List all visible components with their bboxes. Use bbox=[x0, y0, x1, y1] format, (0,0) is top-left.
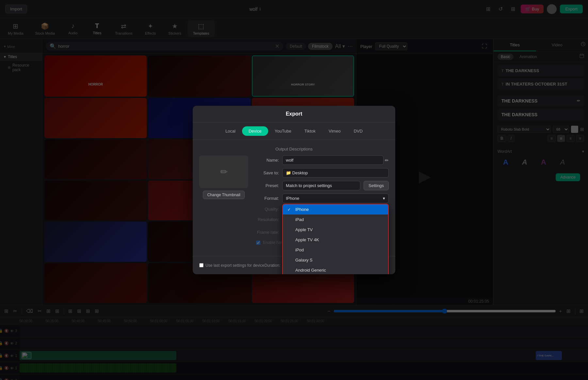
modal-overlay: Export Local Device YouTube Tiktok Vimeo… bbox=[0, 0, 588, 380]
format-selected-value: IPhone bbox=[286, 196, 299, 201]
pencil-icon: ✏ bbox=[220, 166, 228, 177]
change-thumbnail-button[interactable]: Change Thumbnail bbox=[203, 191, 244, 199]
check-icon: ✓ bbox=[287, 207, 293, 212]
modal-tabs: Local Device YouTube Tiktok Vimeo DVD bbox=[193, 122, 395, 140]
frame-rate-label: Frame rate: bbox=[256, 230, 279, 235]
option-appletv4k-label: Apple TV 4K bbox=[295, 237, 319, 242]
preset-row: Preset: Match to project settings Settin… bbox=[256, 181, 389, 190]
format-row-field: Format: IPhone ▾ ✓ IPhone bbox=[256, 194, 389, 203]
modal-tab-local[interactable]: Local bbox=[219, 126, 242, 136]
modal-tab-vimeo[interactable]: Vimeo bbox=[322, 126, 347, 136]
name-field-row: Name: ✏ bbox=[256, 155, 389, 165]
option-appletv-label: Apple TV bbox=[295, 227, 313, 232]
option-ipad-label: iPad bbox=[295, 217, 304, 222]
name-input-wrap: ✏ bbox=[282, 155, 389, 165]
format-dropdown-button[interactable]: IPhone ▾ bbox=[282, 194, 389, 203]
option-ipod-label: iPod bbox=[295, 247, 304, 252]
option-appletv[interactable]: Apple TV bbox=[283, 225, 388, 235]
output-desc-label: Output Descriptions bbox=[199, 147, 389, 151]
thumbnail-area: ✏ Change Thumbnail bbox=[199, 155, 248, 199]
use-last-settings-wrap: Use last export settings for device bbox=[199, 263, 264, 268]
option-galaxys-label: Galaxy S bbox=[295, 258, 313, 262]
modal-tab-dvd[interactable]: DVD bbox=[347, 126, 369, 136]
save-to-select[interactable]: 📁 Desktop bbox=[282, 168, 389, 178]
option-iphone[interactable]: ✓ IPhone bbox=[283, 204, 388, 214]
modal-thumbnail: ✏ bbox=[199, 155, 248, 188]
option-ipad[interactable]: iPad bbox=[283, 214, 388, 225]
use-last-label: Use last export settings for device bbox=[205, 263, 264, 268]
modal-tab-tiktok[interactable]: Tiktok bbox=[298, 126, 322, 136]
save-to-label: Save to: bbox=[256, 170, 279, 175]
save-to-row: Save to: 📁 Desktop bbox=[256, 168, 389, 178]
use-last-checkbox[interactable] bbox=[199, 263, 204, 267]
option-iphone-label: IPhone bbox=[295, 207, 309, 212]
preset-select[interactable]: Match to project settings bbox=[282, 181, 360, 190]
option-appletv4k[interactable]: Apple TV 4K bbox=[283, 235, 388, 245]
duration-label: Duration: bbox=[265, 263, 281, 268]
modal-main-row: ✏ Change Thumbnail Name: ✏ bbox=[199, 155, 389, 245]
quality-label: Quality: bbox=[256, 207, 279, 212]
hardware-encoding-checkbox[interactable] bbox=[256, 241, 260, 245]
name-edit-icon[interactable]: ✏ bbox=[385, 158, 389, 163]
option-ipod[interactable]: iPod bbox=[283, 245, 388, 255]
format-label: Format: bbox=[256, 196, 279, 201]
option-android-label: Android Generic bbox=[295, 268, 326, 273]
resolution-label: Resolution: bbox=[256, 217, 279, 222]
export-modal: Export Local Device YouTube Tiktok Vimeo… bbox=[193, 106, 395, 274]
format-dropdown-popup: ✓ IPhone iPad Apple TV bbox=[282, 204, 389, 274]
option-android[interactable]: Android Generic bbox=[283, 265, 388, 274]
name-input[interactable] bbox=[282, 155, 384, 165]
settings-button[interactable]: Settings bbox=[364, 181, 389, 190]
format-dropdown-wrap: IPhone ▾ ✓ IPhone bbox=[282, 194, 389, 203]
modal-tab-device[interactable]: Device bbox=[242, 126, 268, 136]
modal-title: Export bbox=[286, 111, 302, 117]
format-chevron-icon: ▾ bbox=[383, 196, 385, 201]
preset-label: Preset: bbox=[256, 183, 279, 188]
name-label: Name: bbox=[256, 158, 279, 163]
modal-body: Output Descriptions ✏ Change Thumbnail N… bbox=[193, 140, 395, 256]
option-galaxys[interactable]: Galaxy S bbox=[283, 255, 388, 265]
modal-tab-youtube[interactable]: YouTube bbox=[268, 126, 298, 136]
modal-fields: Name: ✏ Save to: 📁 Desktop bbox=[256, 155, 389, 245]
modal-header: Export bbox=[193, 106, 395, 122]
